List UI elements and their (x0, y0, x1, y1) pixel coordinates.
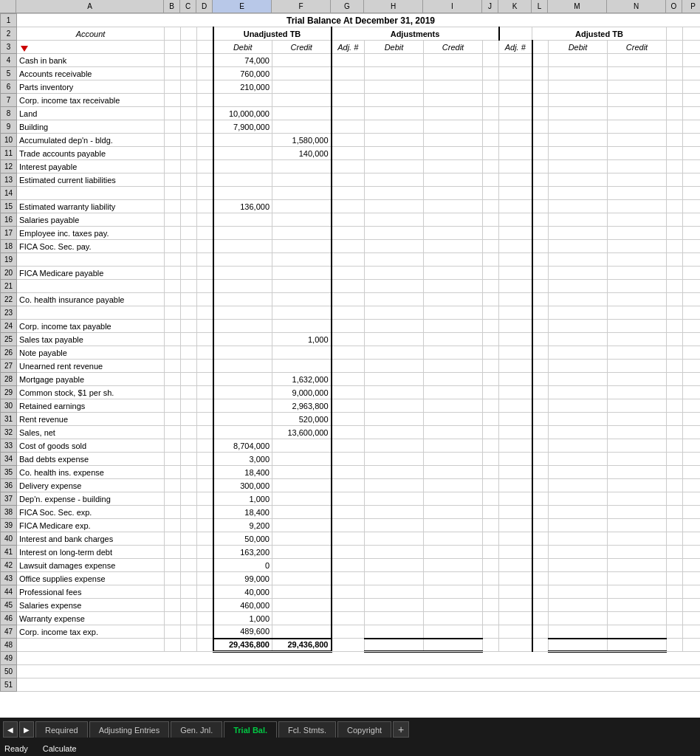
account-header: Account (17, 27, 165, 41)
table-row: 50 (1, 665, 701, 678)
tab-bar: ◀ ▶ Required Adjusting Entries Gen. Jnl.… (0, 718, 700, 741)
table-row[interactable]: 13 Estimated current liabilities (1, 173, 701, 187)
table-row[interactable]: 38 FICA Soc. Sec. exp. 18,400 (1, 506, 701, 519)
sort-triangle (21, 46, 28, 52)
table-row: 19 (1, 253, 701, 267)
table-row[interactable]: 5 Accounts receivable 760,000 (1, 67, 701, 80)
tab-add-button[interactable]: + (393, 721, 409, 738)
table-row[interactable]: 16 Salaries payable (1, 213, 701, 227)
adj-hash2-header: Adj. # (499, 41, 532, 54)
col-header-H: H (364, 0, 423, 13)
table-row[interactable]: 43 Office supplies expense 99,000 (1, 572, 701, 585)
unadj-tb-header: Unadjusted TB (213, 27, 332, 41)
totals-row: 48 29,436,800 29,436,800 (1, 639, 701, 652)
col-header-J: J (482, 0, 498, 13)
status-bar: Ready Calculate (0, 741, 700, 756)
tab-adjusting-entries[interactable]: Adjusting Entries (89, 721, 170, 738)
rownum-1: 1 (1, 14, 17, 27)
row-2: 2 Account Unadjusted TB Adjustments Adju… (1, 27, 701, 41)
tab-prev-button[interactable]: ◀ (3, 721, 18, 738)
table-row[interactable]: 41 Interest on long-term debt 163,200 (1, 546, 701, 559)
col-header-rownum (0, 0, 16, 13)
credit1-header: Credit (272, 41, 332, 54)
rownum-3: 3 (1, 41, 17, 54)
col-header-B: B (164, 0, 180, 13)
table-row[interactable]: 8 Land 10,000,000 (1, 107, 701, 120)
table-row[interactable]: 40 Interest and bank charges 50,000 (1, 532, 701, 546)
col-header-N: N (607, 0, 666, 13)
col-header-P: P (682, 0, 700, 13)
tab-copyright[interactable]: Copyright (337, 721, 391, 738)
status-ready: Ready (4, 744, 28, 753)
row-1: 1 Trial Balance At December 31, 2019 (1, 14, 701, 27)
adjustments-header: Adjustments (332, 27, 499, 41)
col-header-K: K (498, 0, 532, 13)
table-row[interactable]: 15 Estimated warranty liability 136,000 (1, 200, 701, 213)
table-row[interactable]: 35 Co. health ins. expense 18,400 (1, 466, 701, 479)
table-row[interactable]: 6 Parts inventory 210,000 (1, 80, 701, 94)
debit3-header: Debit (549, 41, 608, 54)
tab-fcl-stmts[interactable]: Fcl. Stmts. (278, 721, 336, 738)
table-row[interactable]: 25 Sales tax payable 1,000 (1, 333, 701, 346)
table-row[interactable]: 24 Corp. income tax payable (1, 320, 701, 333)
table-row[interactable]: 26 Note payable (1, 346, 701, 360)
tab-next-button[interactable]: ▶ (19, 721, 34, 738)
table-row[interactable]: 29 Common stock, $1 per sh. 9,000,000 (1, 386, 701, 399)
row-3: 3 Debit Credit Adj. # Debit Credit (1, 41, 701, 54)
table-row[interactable]: 42 Lawsuit damages expense 0 (1, 559, 701, 572)
table-row[interactable]: 27 Unearned rent revenue (1, 360, 701, 373)
tab-trial-bal[interactable]: Trial Bal. (224, 721, 277, 738)
table-row[interactable]: 17 Employee inc. taxes pay. (1, 227, 701, 240)
title-cell: Trial Balance At December 31, 2019 (17, 14, 701, 27)
table-row: 14 (1, 187, 701, 200)
table-row[interactable]: 33 Cost of goods sold 8,704,000 (1, 439, 701, 453)
adj-hash1-header: Adj. # (332, 41, 365, 54)
col-header-I: I (423, 0, 482, 13)
table-row[interactable]: 10 Accumulated dep'n - bldg. 1,580,000 (1, 134, 701, 147)
credit3-header: Credit (608, 41, 667, 54)
table-row: 23 (1, 306, 701, 320)
tab-required[interactable]: Required (35, 721, 88, 738)
debit1-header: Debit (213, 41, 272, 54)
table-row[interactable]: 36 Delivery expense 300,000 (1, 479, 701, 492)
table-row[interactable]: 4 Cash in bank 74,000 (1, 54, 701, 67)
table-row: 21 (1, 280, 701, 293)
col-header-E: E (213, 0, 272, 13)
table-row[interactable]: 22 Co. health insurance payable (1, 293, 701, 306)
table-row[interactable]: 44 Professional fees 40,000 (1, 585, 701, 599)
table-row[interactable]: 12 Interest payable (1, 160, 701, 173)
table-row[interactable]: 39 FICA Medicare exp. 9,200 (1, 519, 701, 532)
table-row[interactable]: 28 Mortgage payable 1,632,000 (1, 373, 701, 386)
table-row[interactable]: 47 Corp. income tax exp. 489,600 (1, 625, 701, 639)
adj-tb-header: Adjusted TB (532, 27, 667, 41)
column-headers: A B C D E F G H I J K L M N O P (0, 0, 700, 13)
col-header-G: G (331, 0, 364, 13)
table-row[interactable]: 18 FICA Soc. Sec. pay. (1, 240, 701, 253)
col-header-L: L (532, 0, 548, 13)
spreadsheet-table[interactable]: 1 Trial Balance At December 31, 2019 2 A… (0, 13, 700, 692)
debit2-header: Debit (365, 41, 424, 54)
col-header-A: A (16, 0, 164, 13)
table-row[interactable]: 46 Warranty expense 1,000 (1, 612, 701, 625)
table-row[interactable]: 31 Rent revenue 520,000 (1, 413, 701, 426)
table-row[interactable]: 45 Salaries expense 460,000 (1, 599, 701, 612)
rownum-2: 2 (1, 27, 17, 41)
credit2-header: Credit (424, 41, 483, 54)
table-row[interactable]: 32 Sales, net 13,600,000 (1, 426, 701, 439)
table-row: 51 (1, 678, 701, 692)
table-row: 49 (1, 652, 701, 665)
col-header-O: O (666, 0, 682, 13)
col-header-D: D (196, 0, 213, 13)
col-header-F: F (272, 0, 331, 13)
table-row[interactable]: 30 Retained earnings 2,963,800 (1, 399, 701, 413)
col-header-M: M (548, 0, 607, 13)
table-row[interactable]: 7 Corp. income tax receivable (1, 94, 701, 107)
table-row[interactable]: 9 Building 7,900,000 (1, 120, 701, 134)
table-row[interactable]: 34 Bad debts expense 3,000 (1, 453, 701, 466)
table-row[interactable]: 37 Dep'n. expense - building 1,000 (1, 492, 701, 506)
col-header-C: C (180, 0, 196, 13)
tab-gen-jnl[interactable]: Gen. Jnl. (171, 721, 222, 738)
status-calculate[interactable]: Calculate (43, 744, 77, 753)
table-row[interactable]: 20 FICA Medicare payable (1, 267, 701, 280)
table-row[interactable]: 11 Trade accounts payable 140,000 (1, 147, 701, 160)
